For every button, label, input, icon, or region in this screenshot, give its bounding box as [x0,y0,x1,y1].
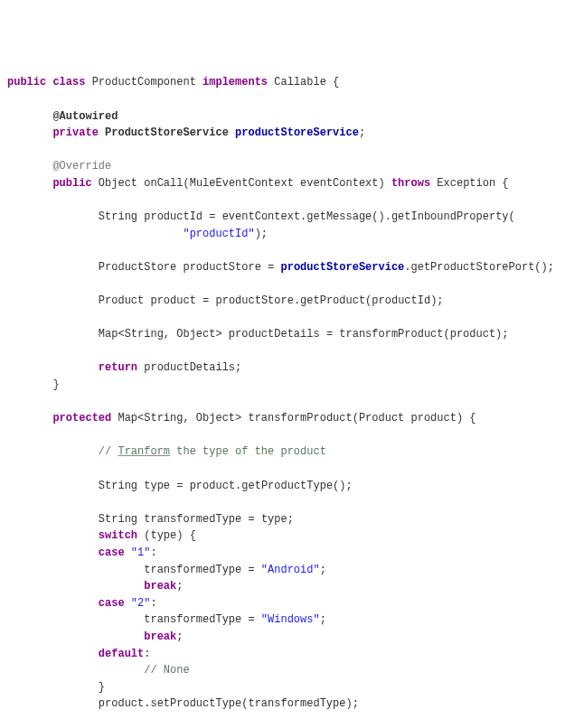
kw-public2: public [52,177,91,190]
field-pss: productStoreService [235,126,359,139]
exc: Exception [437,177,495,190]
cb1: } [52,378,59,391]
class-name: ProductComponent [92,76,196,89]
assign-and-pre: transformedType = [144,564,261,576]
var-ps2: productStore [215,294,293,307]
ann-override: @Override [52,160,111,173]
kw-protected: protected [52,412,111,425]
kw-throws: throws [391,177,430,190]
comment-tranform: // Tranform the type of the product [99,445,326,458]
var-ps: productStore [183,261,260,274]
type-pss: ProductStoreService [105,126,229,139]
eq4: = [170,480,190,492]
kw-case2: case [99,597,125,610]
ret-type: Object [99,177,137,190]
brace2: { [495,177,508,190]
interface-name: Callable [274,76,326,89]
kw-break1: break [144,580,176,593]
eq-type: = type; [241,513,294,526]
var-type2: type [150,529,176,542]
type-string: String [99,210,137,223]
colon1: : [150,546,156,559]
eq3: = [196,294,216,307]
brace: { [326,76,339,89]
var-ec: eventContext [222,210,300,223]
kw-implements: implements [202,76,268,89]
str-android: "Android" [261,564,320,576]
ann-autowired: @Autowired [52,110,118,123]
code-block: public class ProductComponent implements… [7,74,558,728]
semi5: ; [320,613,326,626]
args: (MuleEventContext eventContext) [183,177,391,190]
kw-class: class [52,76,85,89]
call-getmsg: .getMessage().getInboundProperty( [300,210,515,223]
assign-tf: = transformProduct(product); [320,328,509,341]
type-ps: ProductStore [99,261,176,274]
call-port: .getProductStorePort(); [404,261,554,274]
method-transform: transformProduct [248,412,352,425]
eq: = [202,210,222,223]
call-gettype: product.getProductType(); [190,480,353,492]
var-productid: productId [144,210,202,223]
cb-switch: } [99,681,105,694]
ref-fld: productStoreService [280,261,404,274]
var-pd: productDetails [229,328,320,341]
colon2: : [150,597,156,610]
kw-case1: case [99,546,125,559]
sw-open: ( [137,529,150,542]
method-oncall: onCall [144,177,183,190]
args-tf: (Product product) { [353,412,476,425]
kw-private: private [52,126,98,139]
type-string2: String [99,480,137,492]
call-getprod: .getProduct(productId); [294,294,444,307]
comment-none: // None [144,664,189,677]
str-2: "2" [131,597,151,610]
var-product: product [150,294,195,307]
str-windows: "Windows" [261,613,320,626]
kw-break2: break [144,630,176,643]
close1: ); [255,228,268,240]
sw-close: ) { [176,529,196,542]
kw-return: return [99,361,137,374]
assign-win-pre: transformedType = [144,613,261,626]
kw-default: default [99,648,144,660]
type-string3: String [99,513,137,526]
semi: ; [359,126,365,139]
var-type: type [144,480,170,492]
kw-switch: switch [99,529,137,542]
eq2: = [261,261,281,274]
semi2: ; [235,361,241,374]
str-1: "1" [131,546,151,559]
type-map2: Map [118,412,137,425]
semi6: ; [176,630,183,643]
typeparam2: <String, Object> [137,412,241,425]
kw-public: public [7,76,46,89]
type-map: Map [99,328,118,341]
var-pd2: productDetails [144,361,235,374]
type-product: Product [99,294,144,307]
typo-tranform: Tranform [118,445,170,458]
str-productid: "productId" [183,228,254,240]
semi4: ; [176,580,183,593]
semi3: ; [320,564,326,576]
var-tt: transformedType [144,513,241,526]
colon3: : [144,648,150,660]
call-settype: product.setProductType(transformedType); [99,697,359,710]
typeparam: <String, Object> [118,328,221,341]
